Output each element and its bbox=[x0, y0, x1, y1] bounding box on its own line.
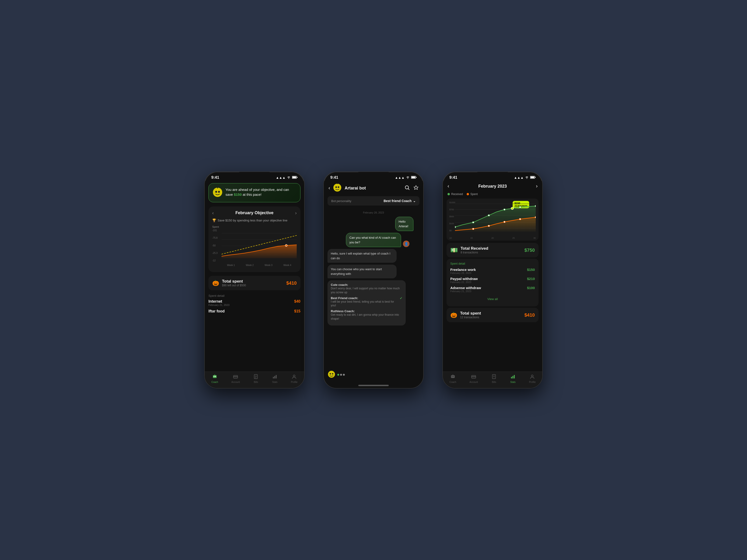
coach-tab-icon-3 bbox=[450, 374, 456, 380]
svg-rect-64 bbox=[453, 374, 453, 376]
coach-option-bestfriend: Best Friend coach: ✓ I will be your best… bbox=[331, 296, 403, 308]
trophy-icon: 🏆 bbox=[212, 218, 216, 222]
tab-coach-3[interactable]: Coach bbox=[449, 374, 456, 383]
chat-actions bbox=[405, 185, 418, 191]
stats-fwd-btn[interactable]: › bbox=[536, 183, 538, 189]
profile-tab-icon bbox=[291, 374, 297, 380]
svg-point-38 bbox=[328, 371, 335, 378]
tab-profile-1[interactable]: Profile bbox=[291, 374, 298, 383]
total-spent-amount-stats: $410 bbox=[524, 313, 535, 318]
svg-rect-70 bbox=[511, 377, 512, 378]
user-avatar: 👤 bbox=[403, 241, 409, 247]
status-time-1: 9:41 bbox=[211, 175, 219, 180]
spent-dot bbox=[467, 193, 469, 195]
svg-rect-23 bbox=[273, 377, 274, 378]
tab-coach-1[interactable]: Coach bbox=[211, 374, 218, 383]
signal-icon-3: ▲▲▲ bbox=[514, 176, 523, 180]
obj-subtitle: 🏆 Save $150 by spending less than your o… bbox=[212, 218, 297, 222]
svg-rect-18 bbox=[233, 376, 238, 377]
spent-detail-section: Spent detail Internet February 21, 2023 … bbox=[208, 294, 301, 316]
svg-point-59 bbox=[519, 218, 521, 220]
msg-ai-question: Can you what kind of AI coach can you be… bbox=[346, 233, 419, 247]
legend-received: Received bbox=[447, 192, 463, 196]
chart-x-labels: Week 1 Week 2 Week 3 Week 4 bbox=[222, 264, 297, 266]
date-divider: February 28, 2023 bbox=[328, 211, 419, 214]
tab-stats-1[interactable]: Stats bbox=[272, 374, 278, 383]
svg-marker-37 bbox=[414, 186, 418, 189]
battery-icon-3 bbox=[530, 176, 536, 180]
svg-rect-67 bbox=[492, 374, 496, 379]
typing-dot-1 bbox=[337, 374, 339, 376]
tab-account-3[interactable]: Account bbox=[469, 374, 478, 383]
chart-y-labels: -101 -75.8 -50 -25.3 -12 bbox=[212, 229, 217, 262]
tab-profile-3[interactable]: Profile bbox=[529, 374, 536, 383]
stats-tab-icon bbox=[272, 374, 278, 380]
msg-hello: Hello Arterai! bbox=[395, 217, 419, 231]
tab-account-1[interactable]: Account bbox=[231, 374, 240, 383]
stats-tab-label: Stats bbox=[272, 381, 278, 383]
svg-point-4 bbox=[215, 191, 217, 193]
next-arrow[interactable]: › bbox=[295, 210, 297, 216]
check-icon: ✓ bbox=[400, 296, 403, 300]
status-bar-1: 9:41 ▲▲▲ bbox=[205, 172, 304, 181]
total-spent-title: Total spent bbox=[222, 279, 284, 284]
spent-detail-header: Spent detail bbox=[450, 262, 535, 265]
svg-point-63 bbox=[453, 376, 454, 377]
received-dot bbox=[447, 193, 450, 195]
svg-rect-16 bbox=[214, 374, 215, 376]
phone-2: 9:41 ▲▲▲ ‹ bbox=[323, 171, 424, 389]
total-received-amount: $750 bbox=[524, 247, 535, 253]
account-tab-icon bbox=[233, 374, 238, 380]
profile-tab-icon-3 bbox=[530, 374, 535, 380]
account-tab-label: Account bbox=[231, 381, 240, 383]
svg-point-34 bbox=[337, 184, 338, 184]
msg-bot-choose: You can choose who you want to start eve… bbox=[328, 265, 396, 278]
screen-content-2: ‹ Artarai bot bbox=[324, 181, 423, 388]
account-tab-icon-3 bbox=[471, 374, 476, 380]
total-received-card: 💵 Total Received 8 transactions $750 bbox=[446, 243, 539, 257]
bot-icon bbox=[212, 187, 223, 198]
stats-chart-svg bbox=[455, 202, 536, 232]
svg-point-32 bbox=[338, 186, 339, 188]
bot-avatar bbox=[333, 183, 342, 193]
total-spent-card: 🎃 Total spent $90 left out of $500 $410 bbox=[208, 276, 301, 290]
svg-rect-1 bbox=[292, 177, 296, 178]
stats-chart: $150 21/02/2023 bbox=[446, 198, 539, 241]
bills-tab-icon-3 bbox=[491, 374, 497, 380]
svg-point-55 bbox=[511, 207, 514, 210]
star-icon[interactable] bbox=[413, 185, 418, 191]
tab-bar-1: Coach Account bbox=[205, 371, 304, 388]
item-amount-iftar: $15 bbox=[294, 309, 301, 313]
stats-title: February 2023 bbox=[478, 184, 507, 189]
svg-point-62 bbox=[452, 376, 453, 377]
stats-y-labels: $0 $100 $500 $750 $1000 bbox=[449, 202, 455, 232]
bot-personality-bar[interactable]: Bot personality Best friend Coach ⌄ bbox=[328, 196, 419, 206]
stats-back-btn[interactable]: ‹ bbox=[447, 183, 449, 189]
tab-bills-3[interactable]: Bills bbox=[491, 374, 497, 383]
search-icon[interactable] bbox=[405, 185, 410, 191]
svg-point-73 bbox=[531, 375, 533, 377]
back-button[interactable]: ‹ bbox=[329, 185, 330, 191]
pumpkin-icon-stats: 🎃 bbox=[450, 312, 457, 318]
svg-rect-66 bbox=[471, 376, 476, 377]
item-name-internet: Internet bbox=[208, 299, 229, 303]
spent-detail-title: Spent detail bbox=[208, 294, 301, 297]
objective-card: ‹ February Objective › 🏆 Save $150 by sp… bbox=[208, 207, 301, 272]
profile-tab-label: Profile bbox=[291, 381, 298, 383]
status-time-2: 9:41 bbox=[330, 175, 338, 180]
legend-spent: Spent bbox=[467, 192, 478, 196]
spending-chart: -101 -75.8 -50 -25.3 -12 bbox=[212, 229, 297, 266]
battery-icon bbox=[292, 176, 298, 180]
chat-header: ‹ Artarai bot bbox=[324, 181, 423, 196]
prev-arrow[interactable]: ‹ bbox=[212, 210, 214, 216]
bills-tab-icon bbox=[253, 374, 259, 380]
view-all-button[interactable]: View all bbox=[450, 295, 535, 303]
tab-bills-1[interactable]: Bills bbox=[253, 374, 259, 383]
svg-rect-28 bbox=[412, 177, 415, 178]
svg-point-60 bbox=[535, 216, 536, 218]
stats-x-labels: 10 15 20 25 30 bbox=[446, 237, 539, 239]
phone-1: 9:41 ▲▲▲ bbox=[204, 171, 305, 389]
tab-stats-3[interactable]: Stats bbox=[510, 374, 516, 383]
battery-icon-2 bbox=[411, 176, 417, 180]
svg-rect-42 bbox=[531, 177, 534, 178]
